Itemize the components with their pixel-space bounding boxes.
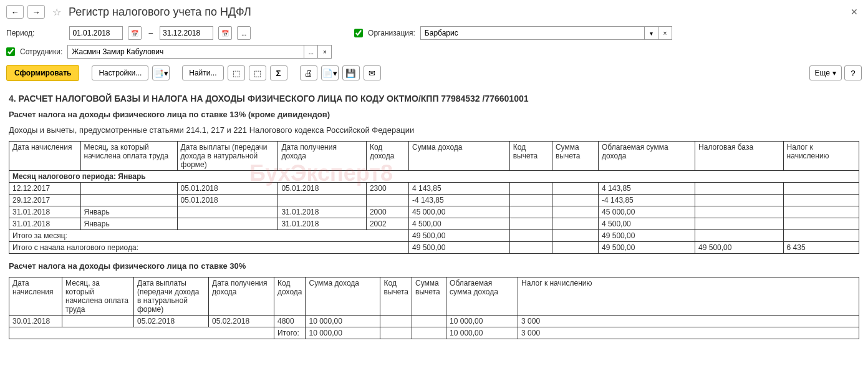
table-30: Дата начисления Месяц, за который начисл… <box>9 277 859 339</box>
rate30-title: Расчет налога на доходы физического лица… <box>9 261 859 271</box>
save-icon[interactable]: 💾 <box>342 65 360 80</box>
chevron-down-icon: ▾ <box>832 69 836 77</box>
period-label: Период: <box>6 29 34 37</box>
favorite-icon[interactable]: ☆ <box>52 6 61 18</box>
table-header-row: Дата начисления Месяц, за который начисл… <box>9 277 859 316</box>
dash: – <box>147 29 155 37</box>
rate13-title: Расчет налога на доходы физического лица… <box>9 110 859 119</box>
emp-input[interactable] <box>67 45 304 59</box>
table-row: 29.12.201705.01.2018-4 143,85-4 143,85 <box>9 195 859 206</box>
window-header: ← → ☆ Регистр налогового учета по НДФЛ ✕ <box>0 0 868 24</box>
col-header: Код дохода <box>366 142 408 171</box>
date-to-input[interactable] <box>160 26 213 40</box>
total-period-row: Итого с начала налогового периода:49 500… <box>9 242 859 254</box>
settings-variants-icon[interactable]: 📑▾ <box>152 65 170 80</box>
calendar-to-icon[interactable]: 📅 <box>218 26 232 40</box>
col-header: Налог к начислению <box>783 142 859 171</box>
org-label: Организация: <box>368 29 415 37</box>
emp-label: Сотрудники: <box>20 47 62 56</box>
org-dropdown-icon[interactable]: ▾ <box>645 26 658 40</box>
sum-icon[interactable]: Σ <box>270 65 287 80</box>
org-checkbox[interactable] <box>354 29 363 37</box>
total-month-row: Итого за месяц:49 500,0049 500,00 <box>9 230 859 242</box>
help-button[interactable]: ? <box>844 65 862 80</box>
col-header: Сумма вычета <box>552 142 598 171</box>
page-title: Регистр налогового учета по НДФЛ <box>69 6 251 19</box>
email-icon[interactable]: ✉ <box>364 65 381 80</box>
find-button[interactable]: Найти... <box>182 65 223 80</box>
col-header: Дата получения дохода <box>278 142 367 171</box>
table-row: 31.01.2018Январь31.01.201820024 500,004 … <box>9 218 859 230</box>
calendar-from-icon[interactable]: 📅 <box>128 26 142 40</box>
date-from-input[interactable] <box>69 26 123 40</box>
org-input[interactable] <box>420 26 645 40</box>
col-header: Дата выплаты (передачи дохода в натураль… <box>177 142 278 171</box>
print-dropdown-icon[interactable]: 📄▾ <box>321 65 339 80</box>
col-header: Код дохода <box>274 277 306 316</box>
print-icon[interactable]: 🖨 <box>300 65 317 80</box>
col-header: Облагаемая сумма дохода <box>599 142 695 171</box>
col-header: Месяц, за который начислена оплата труда <box>62 277 134 316</box>
toolbar: Сформировать Настройки... 📑▾ Найти... ⬚ … <box>0 61 868 85</box>
col-header: Код вычета <box>380 277 412 316</box>
table-row: 12.12.201705.01.201805.01.201823004 143,… <box>9 183 859 195</box>
col-header: Дата начисления <box>9 277 62 316</box>
table-13: Дата начисления Месяц, за который начисл… <box>9 141 859 254</box>
period-select-button[interactable]: ... <box>237 26 251 40</box>
col-header: Облагаемая сумма дохода <box>446 277 518 316</box>
report-content: БухЭксперт8 4. РАСЧЕТ НАЛОГОВОЙ БАЗЫ И Н… <box>0 85 868 350</box>
col-header: Дата выплаты (передачи дохода в натураль… <box>134 277 209 316</box>
col-header: Месяц, за который начислена оплата труда <box>80 142 177 171</box>
col-header: Сумма дохода <box>306 277 380 316</box>
back-button[interactable]: ← <box>6 5 24 19</box>
table-row: 31.01.2018Январь31.01.2018200045 000,004… <box>9 206 859 218</box>
more-button[interactable]: Еще ▾ <box>809 65 842 80</box>
col-header: Код вычета <box>509 142 552 171</box>
table-header-row: Дата начисления Месяц, за который начисл… <box>9 142 859 171</box>
emp-checkbox[interactable] <box>6 47 15 56</box>
col-header: Дата получения дохода <box>209 277 274 316</box>
total30-row: Итого:10 000,0010 000,003 000 <box>9 327 859 339</box>
col-header: Налог к начислению <box>518 277 859 316</box>
articles-text: Доходы и вычеты, предусмотренные статьям… <box>9 125 859 135</box>
period-row: Период: 📅 – 📅 ... Организация: ▾ × <box>0 24 868 42</box>
table-row: 30.01.201805.02.201805.02.2018480010 000… <box>9 316 859 327</box>
col-header: Дата начисления <box>9 142 81 171</box>
org-clear-icon[interactable]: × <box>658 26 672 40</box>
col-header: Сумма вычета <box>412 277 446 316</box>
collapse-icon[interactable]: ⬚ <box>249 65 266 80</box>
settings-button[interactable]: Настройки... <box>92 65 148 80</box>
forward-button[interactable]: → <box>27 5 45 19</box>
col-header: Налоговая база <box>695 142 784 171</box>
close-icon[interactable]: ✕ <box>847 7 862 17</box>
expand-icon[interactable]: ⬚ <box>228 65 245 80</box>
col-header: Сумма дохода <box>408 142 509 171</box>
employee-row: Сотрудники: ... × <box>0 42 868 61</box>
generate-button[interactable]: Сформировать <box>6 65 79 81</box>
emp-select-button[interactable]: ... <box>304 45 318 59</box>
emp-clear-icon[interactable]: × <box>318 45 332 59</box>
section4-title: 4. РАСЧЕТ НАЛОГОВОЙ БАЗЫ И НАЛОГА НА ДОХ… <box>9 94 859 104</box>
month-period-row: Месяц налогового периода: Январь <box>9 171 859 183</box>
